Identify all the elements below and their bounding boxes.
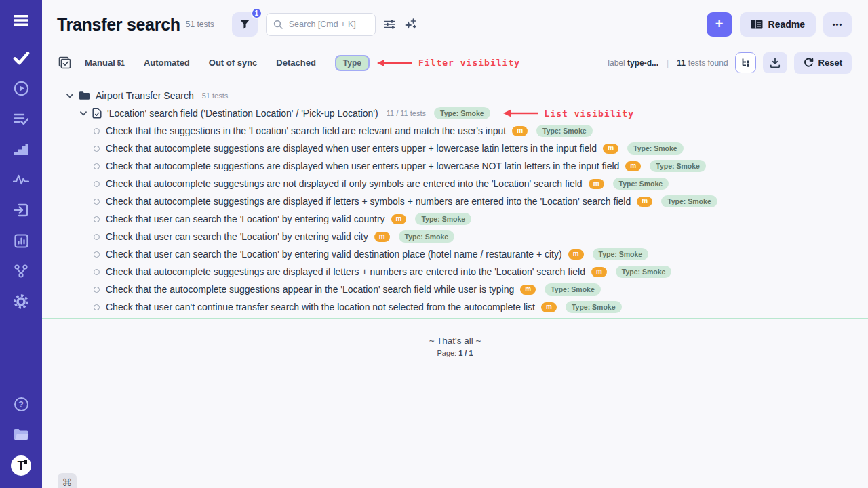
reset-label: Reset bbox=[818, 58, 842, 68]
help-icon[interactable]: ? bbox=[11, 394, 31, 413]
view-settings-icon[interactable] bbox=[384, 19, 396, 30]
test-row[interactable]: Check that autocomplete suggestings are … bbox=[42, 263, 868, 281]
test-title[interactable]: Check that autocomplete suggestions are … bbox=[106, 143, 597, 154]
folder-name[interactable]: Airport Transfer Search bbox=[96, 90, 194, 101]
import-icon[interactable] bbox=[11, 201, 31, 220]
manual-marker-badge: m bbox=[589, 179, 604, 189]
sidebar: ? T bbox=[0, 0, 42, 488]
left-arrow-icon bbox=[376, 59, 412, 67]
test-status-circle[interactable] bbox=[94, 199, 100, 205]
help-glyph: ? bbox=[18, 399, 24, 409]
test-status-circle[interactable] bbox=[94, 269, 100, 275]
test-row[interactable]: Check that user can search the 'Location… bbox=[42, 210, 868, 228]
tab-manual-label: Manual bbox=[85, 58, 115, 68]
test-row[interactable]: Check that autocomplete suggestions are … bbox=[42, 140, 868, 157]
tree-view-button[interactable] bbox=[735, 52, 756, 73]
gear-icon[interactable] bbox=[11, 292, 31, 311]
logo-letter: T bbox=[18, 459, 25, 473]
select-all-icon[interactable] bbox=[58, 56, 71, 69]
tab-out-of-sync-label: Out of sync bbox=[209, 58, 258, 68]
type-smoke-badge: Type: Smoke bbox=[613, 178, 669, 190]
test-title[interactable]: Check that autocomplete suggestings are … bbox=[106, 266, 585, 277]
branch-icon[interactable] bbox=[11, 262, 31, 281]
suite-name[interactable]: 'Location' search field ('Destination Lo… bbox=[107, 108, 378, 119]
tab-out-of-sync[interactable]: Out of sync bbox=[209, 58, 258, 68]
play-circle-icon[interactable] bbox=[11, 79, 31, 98]
test-status-circle[interactable] bbox=[94, 181, 100, 187]
list-visibility-text: List visibility bbox=[545, 108, 634, 119]
book-icon bbox=[751, 20, 763, 29]
search-icon bbox=[273, 20, 283, 29]
ai-sparkles-icon[interactable] bbox=[404, 18, 416, 30]
stairs-icon[interactable] bbox=[11, 140, 31, 159]
test-status-circle[interactable] bbox=[94, 216, 100, 222]
add-button[interactable]: + bbox=[707, 12, 732, 37]
tab-detached-label: Detached bbox=[276, 58, 316, 68]
project-tests-count: 51 tests bbox=[186, 20, 214, 29]
readme-button[interactable]: Readme bbox=[740, 12, 816, 37]
separator: | bbox=[667, 58, 669, 68]
type-filter-chip[interactable]: Type bbox=[335, 55, 370, 71]
tab-manual[interactable]: Manual51 bbox=[85, 58, 125, 68]
test-row[interactable]: Check that user can't continue transfer … bbox=[42, 298, 868, 316]
test-row[interactable]: Check that user can search the 'Location… bbox=[42, 228, 868, 245]
menu-icon[interactable] bbox=[11, 11, 31, 30]
test-status-circle[interactable] bbox=[94, 146, 100, 152]
suite-row[interactable]: 'Location' search field ('Destination Lo… bbox=[42, 104, 868, 122]
search-input[interactable] bbox=[288, 19, 368, 30]
tab-automated[interactable]: Automated bbox=[144, 58, 190, 68]
type-smoke-badge: Type: Smoke bbox=[415, 213, 471, 226]
filter-button[interactable]: 1 bbox=[232, 12, 258, 37]
pulse-icon[interactable] bbox=[11, 170, 31, 189]
folder-tests-count: 51 tests bbox=[202, 92, 229, 100]
test-title[interactable]: Check that autocomplete suggestings are … bbox=[106, 196, 631, 207]
test-title[interactable]: Check that the suggestions in the 'Locat… bbox=[106, 125, 506, 136]
manual-marker-badge: m bbox=[568, 249, 584, 260]
test-title[interactable]: Check that user can search the 'Location… bbox=[106, 214, 385, 224]
reset-button[interactable]: Reset bbox=[794, 52, 852, 74]
download-button[interactable] bbox=[763, 52, 787, 73]
left-arrow-icon bbox=[502, 109, 538, 117]
type-smoke-badge: Type: Smoke bbox=[661, 195, 717, 208]
manual-marker-badge: m bbox=[374, 232, 390, 242]
chart-icon[interactable] bbox=[11, 231, 31, 250]
test-row[interactable]: Check that autocomplete suggestings are … bbox=[42, 192, 868, 210]
suite-tests-count: 11 / 11 tests bbox=[387, 109, 426, 117]
test-status-circle[interactable] bbox=[94, 287, 100, 293]
folder-icon[interactable] bbox=[11, 425, 31, 444]
test-title[interactable]: Check that user can't continue transfer … bbox=[106, 302, 535, 312]
test-row[interactable]: Check that autocomplete suggestings are … bbox=[42, 175, 868, 192]
test-title[interactable]: Check that the autocomplete suggestions … bbox=[106, 284, 514, 295]
test-title[interactable]: Check that user can search the 'Location… bbox=[106, 249, 562, 260]
test-row[interactable]: Check that user can search the 'Location… bbox=[42, 245, 868, 263]
test-title[interactable]: Check that user can search the 'Location… bbox=[106, 231, 368, 242]
test-list: Check that the suggestions in the 'Locat… bbox=[42, 122, 868, 316]
test-status-circle[interactable] bbox=[94, 304, 100, 310]
test-row[interactable]: Check that the suggestions in the 'Locat… bbox=[42, 122, 868, 140]
test-title[interactable]: Check that autocomplete suggestions are … bbox=[106, 161, 619, 171]
chevron-down-icon[interactable] bbox=[66, 94, 73, 98]
folder-row[interactable]: Airport Transfer Search 51 tests bbox=[42, 87, 868, 104]
chevron-down-icon[interactable] bbox=[80, 111, 87, 116]
test-status-circle[interactable] bbox=[94, 251, 100, 258]
page-title: Transfer search bbox=[57, 15, 180, 35]
test-row[interactable]: Check that the autocomplete suggestions … bbox=[42, 281, 868, 298]
command-key-button[interactable]: ⌘ bbox=[58, 473, 77, 488]
test-status-circle[interactable] bbox=[94, 234, 100, 240]
folder-icon bbox=[79, 91, 90, 100]
check-icon[interactable] bbox=[11, 48, 31, 67]
test-title[interactable]: Check that autocomplete suggestings are … bbox=[106, 178, 583, 189]
top-bar: Transfer search 51 tests 1 + bbox=[42, 0, 868, 49]
filter-visibility-text: Filter visibility bbox=[418, 58, 520, 68]
list-check-icon[interactable] bbox=[11, 109, 31, 128]
type-smoke-badge: Type: Smoke bbox=[616, 266, 672, 279]
test-status-circle[interactable] bbox=[94, 128, 100, 134]
logo[interactable]: T bbox=[11, 455, 31, 476]
test-status-circle[interactable] bbox=[94, 163, 100, 169]
tab-detached[interactable]: Detached bbox=[276, 58, 316, 68]
filter-bar: Manual51 Automated Out of sync Detached … bbox=[42, 49, 868, 77]
funnel-icon bbox=[239, 19, 250, 30]
more-button[interactable]: ••• bbox=[823, 12, 852, 37]
type-smoke-badge: Type: Smoke bbox=[627, 142, 684, 155]
test-row[interactable]: Check that autocomplete suggestions are … bbox=[42, 157, 868, 175]
